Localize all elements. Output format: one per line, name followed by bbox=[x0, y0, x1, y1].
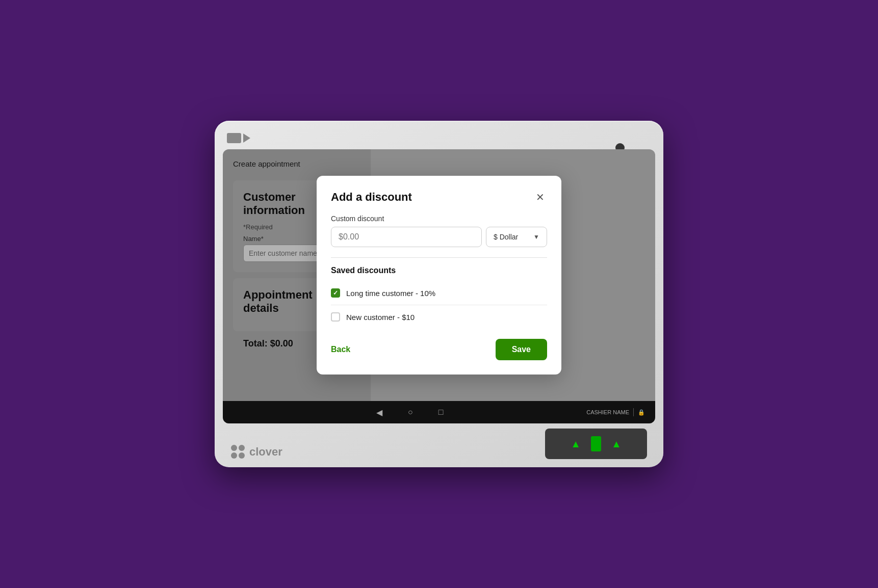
divider-1 bbox=[331, 257, 547, 258]
nav-icons: ◀ ○ □ bbox=[233, 408, 586, 417]
back-button[interactable]: Back bbox=[331, 345, 350, 354]
discount-checkbox-1[interactable] bbox=[331, 288, 340, 298]
discount-amount-input[interactable] bbox=[331, 227, 482, 247]
card-slot-card bbox=[591, 436, 601, 451]
app-content: Create appointment Customer information … bbox=[223, 149, 655, 401]
screen: Create appointment Customer information … bbox=[223, 149, 655, 423]
discount-input-row: $ Dollar ▼ bbox=[331, 227, 547, 247]
discount-list: Long time customer - 10% New customer - … bbox=[331, 281, 547, 329]
clover-logo: clover bbox=[231, 445, 282, 459]
petal-4 bbox=[239, 452, 245, 459]
forward-icon bbox=[243, 133, 250, 143]
saved-discounts-label: Saved discounts bbox=[331, 266, 547, 275]
add-discount-modal: Add a discount ✕ Custom discount $ Dolla… bbox=[317, 176, 561, 375]
petal-1 bbox=[231, 445, 237, 451]
custom-discount-label: Custom discount bbox=[331, 215, 547, 223]
home-nav-icon[interactable]: ○ bbox=[408, 408, 413, 417]
discount-type-label: $ Dollar bbox=[494, 233, 518, 241]
custom-discount-section: Custom discount $ Dollar ▼ bbox=[331, 215, 547, 247]
modal-header: Add a discount ✕ bbox=[331, 190, 547, 204]
lock-icon[interactable]: 🔒 bbox=[638, 409, 645, 416]
device-top-bar bbox=[223, 129, 655, 149]
discount-checkbox-2[interactable] bbox=[331, 312, 340, 322]
discount-item-1: Long time customer - 10% bbox=[331, 281, 547, 305]
modal-footer: Back Save bbox=[331, 339, 547, 360]
chevron-down-icon: ▼ bbox=[533, 233, 539, 240]
back-nav-icon[interactable]: ◀ bbox=[376, 408, 382, 417]
nav-bar: ◀ ○ □ CASHIER NAME 🔒 bbox=[223, 401, 655, 423]
save-button[interactable]: Save bbox=[496, 339, 547, 360]
device-frame: Create appointment Customer information … bbox=[215, 121, 663, 467]
discount-item-label-1: Long time customer - 10% bbox=[346, 289, 435, 298]
modal-title: Add a discount bbox=[331, 191, 412, 204]
discount-item-label-2: New customer - $10 bbox=[346, 313, 415, 322]
nav-divider bbox=[633, 408, 634, 416]
card-arrow-left: ▲ bbox=[571, 438, 581, 450]
brand-name: clover bbox=[249, 445, 282, 459]
top-bar-icons bbox=[227, 133, 250, 143]
clover-icon bbox=[231, 445, 245, 459]
modal-overlay: Add a discount ✕ Custom discount $ Dolla… bbox=[223, 149, 655, 401]
discount-type-select[interactable]: $ Dollar ▼ bbox=[486, 227, 547, 247]
close-button[interactable]: ✕ bbox=[533, 190, 547, 204]
device-bottom: clover ▲ ▲ bbox=[223, 423, 655, 459]
cashier-name-label: CASHIER NAME bbox=[586, 409, 629, 415]
discount-item-2: New customer - $10 bbox=[331, 305, 547, 329]
screen-icon bbox=[227, 133, 241, 143]
recents-nav-icon[interactable]: □ bbox=[438, 408, 444, 417]
card-slot: ▲ ▲ bbox=[545, 429, 647, 459]
nav-right: CASHIER NAME 🔒 bbox=[586, 408, 645, 416]
card-arrow-right: ▲ bbox=[611, 438, 622, 450]
petal-3 bbox=[231, 452, 237, 459]
petal-2 bbox=[239, 445, 245, 451]
app-screen: Create appointment Customer information … bbox=[223, 149, 655, 423]
